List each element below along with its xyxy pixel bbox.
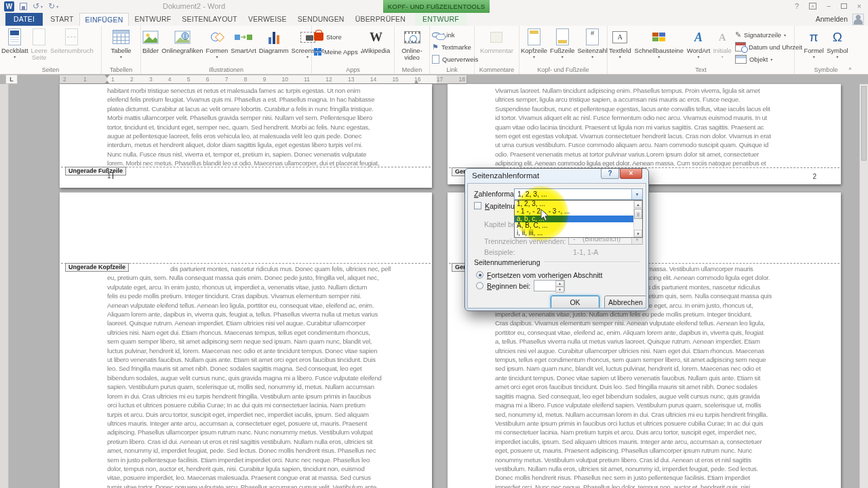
kapitelnummer-checkbox[interactable] [474, 202, 481, 209]
page-number-field[interactable]: 2 [812, 173, 816, 180]
save-icon[interactable] [20, 3, 27, 10]
mouse-cursor [540, 209, 549, 222]
group-apps: Store Meine Apps ▾ W Wikipedia Apps [312, 26, 395, 74]
signaturzeile-button[interactable]: ✎ Signaturzeile ▾ [733, 28, 804, 41]
comment-icon [490, 32, 502, 43]
restore-button[interactable] [841, 3, 847, 9]
collapse-ribbon-icon[interactable]: ˄ [848, 66, 852, 72]
tab-start[interactable]: START [45, 13, 79, 26]
ok-button[interactable]: OK [551, 296, 599, 308]
ruler-number: 18 [458, 75, 465, 83]
ruler-number: 6 [206, 75, 210, 83]
page-2-left[interactable]: dis parturient montes, nascetur ridiculu… [60, 192, 432, 488]
tab-stop-selector[interactable]: L [5, 75, 18, 84]
group-symbole: π Formel ▾ Ω Symbol ▾ Symbole ˄ [795, 26, 857, 74]
fusszeile-button[interactable]: Fußzeile ▾ [549, 26, 576, 65]
sign-in-link[interactable]: Anmelden [816, 13, 848, 26]
tab-ueberpruefen[interactable]: ÜBERPRÜFEN [350, 13, 411, 26]
undo-icon[interactable]: ↺ [33, 1, 39, 12]
help-button[interactable]: ? [793, 1, 800, 11]
horizontal-ruler[interactable]: L 2 1 123456789101112131415161718 [0, 75, 868, 84]
list-scrollbar[interactable]: ▲ ▼ [633, 201, 642, 237]
contextual-tools-header: KOPF- UND FUßZEILENTOOLS [383, 0, 490, 13]
smartart-icon: ➔ [235, 33, 252, 41]
objekt-button[interactable]: Objekt ▾ [733, 53, 804, 65]
tab-sendungen[interactable]: SENDUNGEN [292, 13, 350, 26]
cancel-button[interactable]: Abbrechen [604, 296, 646, 308]
group-label-symbole: Symbole [795, 66, 857, 73]
user-avatar-icon[interactable] [852, 14, 864, 25]
tabelle-button[interactable]: Tabelle ▾ [109, 26, 132, 65]
page-1-left[interactable]: habitant morbi tristique senectus et net… [60, 84, 432, 188]
kommentar-button[interactable]: Kommentar [479, 26, 515, 65]
tab-datei[interactable]: DATEI [5, 13, 43, 26]
wikipedia-icon: W [370, 29, 382, 45]
bilder-button[interactable]: Bilder [141, 26, 160, 65]
seitenzahl-button[interactable]: # Seitenzahl ▾ [576, 26, 609, 65]
kopfzeile-button[interactable]: Kopfzeile ▾ [519, 26, 549, 65]
datum-uhrzeit-button[interactable]: Datum und Uhrzeit [733, 41, 804, 53]
scroll-down-icon[interactable]: ▼ [634, 230, 642, 237]
tab-contextual-entwurf[interactable]: ENTWURF [415, 13, 467, 26]
beginnen-radio[interactable] [476, 282, 484, 289]
tab-einfuegen[interactable]: EINFÜGEN [79, 13, 130, 26]
link-button[interactable]: Link [430, 28, 480, 41]
store-button[interactable]: Store [312, 30, 361, 43]
scroll-up-icon[interactable]: ▲ [634, 201, 642, 208]
tab-verweise[interactable]: VERWEISE [243, 13, 292, 26]
ruler-number: 16 [414, 75, 420, 83]
trennzeichen-label: Trennzeichen verwenden: [484, 237, 566, 245]
dropdown-arrow-icon: ▾ [722, 55, 724, 59]
querverweis-button[interactable]: Querverweis [430, 53, 480, 65]
ruler-number: 3 [149, 75, 153, 83]
chart-icon [269, 30, 279, 44]
dropdown-arrow-icon: ▾ [619, 55, 621, 59]
page-number-field[interactable]: 1 [107, 172, 113, 180]
table-grid-icon [113, 30, 130, 44]
smartart-button[interactable]: ➔ SmartArt [229, 26, 257, 65]
close-button[interactable]: × [856, 1, 863, 11]
ruler-number: 13 [348, 75, 354, 83]
formen-button[interactable]: Formen ▾ [205, 26, 230, 65]
seitenumbruch-button[interactable]: Seitenumbruch [49, 26, 95, 65]
beginnen-bei-spinner[interactable]: ▲▼ [534, 280, 565, 291]
dialog-help-button[interactable]: ? [601, 169, 619, 179]
meine-apps-button[interactable]: Meine Apps ▾ [312, 45, 361, 58]
my-apps-icon [314, 48, 321, 56]
tab-entwurf[interactable]: ENTWURF [129, 13, 176, 26]
spin-up-icon[interactable]: ▲ [555, 281, 564, 287]
fortsetzen-radio[interactable] [476, 271, 484, 279]
onlinegrafiken-button[interactable]: Onlinegrafiken [160, 26, 204, 65]
formel-button[interactable]: π Formel ▾ [802, 26, 825, 65]
initiale-button[interactable]: A Initiale ▾ [711, 26, 732, 65]
diagramm-button[interactable]: Diagramm [258, 26, 290, 65]
ribbon-display-options-button[interactable]: ˄ [809, 3, 816, 9]
onlinevideo-button[interactable]: Online- video [400, 26, 424, 65]
group-text: A Textfeld ▾ Schnellbausteine ▾ A WordAr… [608, 26, 795, 74]
leere-seite-button[interactable]: Leere Seite [30, 26, 49, 65]
scrollbar-thumb[interactable] [861, 86, 867, 161]
beispiele-label: Beispiele: [484, 248, 515, 256]
wordart-button[interactable]: A WordArt ▾ [686, 26, 712, 65]
dropdown-arrow-icon: ▾ [836, 55, 838, 59]
list-scrollbar-thumb[interactable] [634, 209, 642, 219]
date-time-icon [735, 42, 746, 52]
combo-dropdown-arrow-icon[interactable]: ▾ [631, 189, 642, 199]
schnellbausteine-button[interactable]: Schnellbausteine ▾ [633, 26, 686, 65]
textmarke-button[interactable]: ⚑ Textmarke [430, 41, 480, 53]
dialog-close-button[interactable]: × [620, 169, 642, 179]
group-kommentare: Kommentar Kommentare [475, 26, 519, 74]
deckblatt-button[interactable]: Deckblatt ▾ [0, 26, 30, 65]
textfeld-button[interactable]: A Textfeld ▾ [608, 26, 633, 65]
group-label-kommentare: Kommentare [475, 66, 519, 73]
minimize-button[interactable]: − [825, 1, 832, 11]
vertical-ruler[interactable] [0, 84, 9, 488]
tab-seitenlayout[interactable]: SEITENLAYOUT [176, 13, 243, 26]
spin-down-icon[interactable]: ▼ [555, 287, 564, 293]
vertical-scrollbar[interactable] [859, 84, 868, 488]
indent-marker[interactable] [104, 75, 110, 84]
word-logo-icon[interactable]: W [4, 1, 14, 12]
symbol-button[interactable]: Ω Symbol ▾ [825, 26, 850, 65]
wikipedia-button[interactable]: W Wikipedia [361, 26, 391, 65]
equation-pi-icon: π [810, 29, 818, 45]
